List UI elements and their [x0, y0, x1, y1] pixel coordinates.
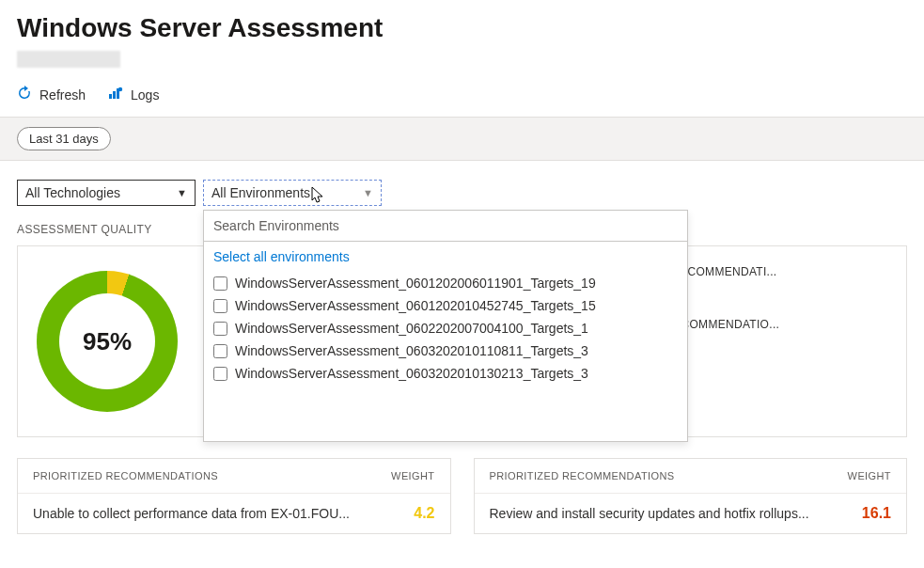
rec-header-title: PRIORITIZED RECOMMENDATIONS [33, 470, 218, 481]
environment-option-label: WindowsServerAssessment_0601202006011901… [235, 276, 596, 291]
logs-label: Logs [131, 87, 159, 103]
checkbox-icon[interactable] [213, 276, 227, 291]
environment-option[interactable]: WindowsServerAssessment_0603202010130213… [204, 362, 687, 385]
recommendations-row: PRIORITIZED RECOMMENDATIONS WEIGHT Unabl… [17, 458, 907, 534]
chevron-down-icon: ▼ [177, 187, 187, 198]
environment-option-label: WindowsServerAssessment_0602202007004100… [235, 321, 588, 336]
environments-dropdown-wrapper: All Environments ▼ Search Environments S… [203, 180, 382, 206]
environment-option[interactable]: WindowsServerAssessment_0602202007004100… [204, 317, 687, 339]
environments-search-input[interactable]: Search Environments [204, 211, 687, 242]
checkbox-icon[interactable] [213, 299, 227, 313]
rec-weight-value: 16.1 [862, 505, 891, 522]
checkbox-icon[interactable] [213, 367, 227, 381]
recommendation-card[interactable]: PRIORITIZED RECOMMENDATIONS WEIGHT Revie… [474, 458, 908, 534]
logs-icon [108, 86, 123, 103]
toolbar: Refresh Logs [0, 76, 924, 117]
quality-donut-chart: 95% [37, 271, 178, 412]
svg-point-3 [118, 87, 122, 91]
svg-rect-0 [109, 94, 112, 99]
technologies-select[interactable]: All Technologies ▼ [17, 180, 196, 206]
subtitle-redacted [17, 51, 120, 68]
select-all-environments-link[interactable]: Select all environments [204, 242, 687, 272]
time-range-pill[interactable]: Last 31 days [17, 127, 111, 150]
page-title: Windows Server Assessment [0, 0, 924, 49]
chevron-down-icon: ▼ [363, 187, 373, 198]
rec-header-weight: WEIGHT [391, 470, 434, 481]
environments-select-label: All Environments [211, 185, 310, 200]
refresh-icon [17, 86, 32, 103]
rec-text: Review and install security updates and … [490, 506, 809, 521]
environment-option-label: WindowsServerAssessment_0603202010130213… [235, 366, 588, 381]
svg-rect-1 [113, 91, 116, 99]
rec-header-weight: WEIGHT [848, 470, 891, 481]
environment-option[interactable]: WindowsServerAssessment_0601202010452745… [204, 294, 687, 317]
logs-button[interactable]: Logs [108, 86, 159, 103]
cursor-icon [311, 186, 324, 203]
rec-text: Unable to collect performance data from … [33, 506, 350, 521]
environments-dropdown-panel: Search Environments Select all environme… [203, 210, 688, 442]
rec-weight-value: 4.2 [414, 505, 434, 522]
filters-row: All Technologies ▼ All Environments ▼ Se… [17, 180, 907, 206]
quality-donut-center-label: 95% [83, 327, 132, 356]
main-content: All Technologies ▼ All Environments ▼ Se… [0, 161, 924, 553]
time-filter-bar: Last 31 days [0, 117, 924, 161]
environments-select[interactable]: All Environments ▼ [203, 180, 382, 206]
checkbox-icon[interactable] [213, 322, 227, 336]
refresh-button[interactable]: Refresh [17, 86, 86, 103]
environment-option-label: WindowsServerAssessment_0601202010452745… [235, 298, 596, 313]
rec-header-title: PRIORITIZED RECOMMENDATIONS [490, 470, 675, 481]
refresh-label: Refresh [39, 87, 86, 103]
checkbox-icon[interactable] [213, 344, 227, 358]
environment-option-label: WindowsServerAssessment_0603202010110811… [235, 343, 588, 358]
environment-option[interactable]: WindowsServerAssessment_0601202006011901… [204, 272, 687, 294]
technologies-select-label: All Technologies [25, 185, 120, 200]
environment-option[interactable]: WindowsServerAssessment_0603202010110811… [204, 339, 687, 362]
recommendation-card[interactable]: PRIORITIZED RECOMMENDATIONS WEIGHT Unabl… [17, 458, 451, 534]
